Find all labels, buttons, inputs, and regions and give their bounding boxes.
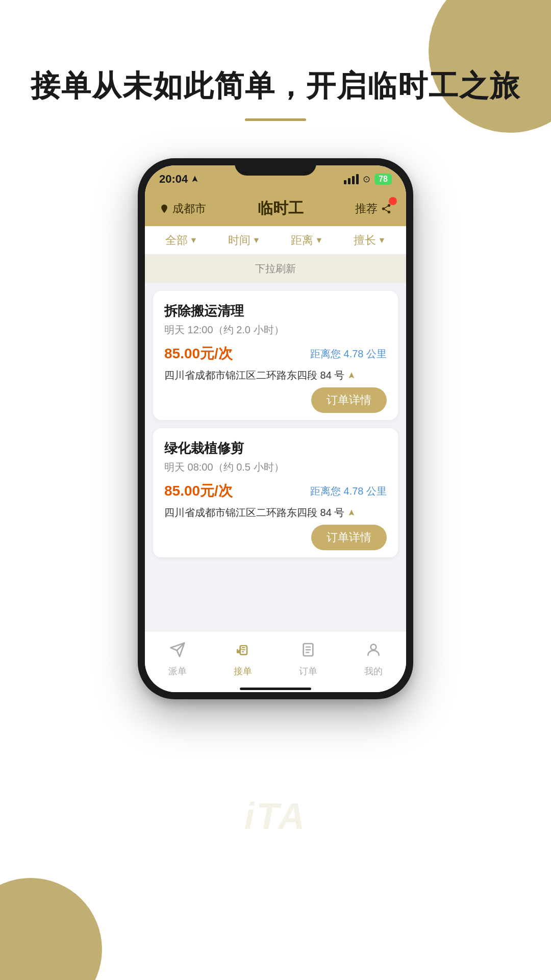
header-title: 临时工 <box>258 198 304 219</box>
nav-icon-profile <box>365 642 382 662</box>
nav-icon-orders <box>300 642 316 662</box>
wifi-icon: ⊙ <box>363 174 370 185</box>
location-arrow-icon <box>191 175 199 183</box>
job-price-1: 85.00元/次 <box>164 344 233 363</box>
recommend-label: 推荐 <box>355 201 378 216</box>
battery-badge: 78 <box>374 174 392 185</box>
app-header: 成都市 临时工 推荐 <box>145 193 406 226</box>
pull-refresh-text: 下拉刷新 <box>255 263 296 274</box>
detail-btn-1[interactable]: 订单详情 <box>311 387 387 413</box>
home-indicator <box>145 687 406 692</box>
time-text: 20:04 <box>159 173 188 186</box>
deco-circle-bottom-left <box>0 878 102 980</box>
nav-icon-accept <box>235 642 251 662</box>
phone-mockup: 20:04 ⊙ 78 <box>138 158 413 699</box>
status-time: 20:04 <box>159 173 199 186</box>
filter-distance-label: 距离 <box>291 233 313 248</box>
nav-label-accept: 接单 <box>234 665 252 677</box>
nav-item-dispatch[interactable]: 派单 <box>168 642 187 677</box>
job-address-1: 四川省成都市锦江区二环路东四段 84 号 <box>164 369 356 382</box>
job-title-2: 绿化栽植修剪 <box>164 439 387 457</box>
location-pin-icon <box>159 204 169 214</box>
recommend-badge <box>389 197 397 205</box>
filter-bar: 全部 ▼ 时间 ▼ 距离 ▼ 擅长 ▼ <box>145 226 406 255</box>
nav-label-profile: 我的 <box>364 665 383 677</box>
nav-label-dispatch: 派单 <box>168 665 187 677</box>
nav-item-accept[interactable]: 接单 <box>234 642 252 677</box>
pull-refresh: 下拉刷新 <box>145 255 406 283</box>
job-time-2: 明天 08:00（约 0.5 小时） <box>164 460 387 474</box>
location-text: 成都市 <box>172 201 206 216</box>
filter-tab-all[interactable]: 全部 ▼ <box>150 226 213 254</box>
filter-all-chevron: ▼ <box>190 236 198 245</box>
filter-time-chevron: ▼ <box>253 236 261 245</box>
nav-label-orders: 订单 <box>299 665 317 677</box>
cards-area: 拆除搬运清理 明天 12:00（约 2.0 小时） 85.00元/次 距离您 4… <box>145 283 406 631</box>
filter-distance-chevron: ▼ <box>315 236 323 245</box>
home-bar <box>240 688 311 690</box>
phone-notch <box>235 158 316 176</box>
filter-all-label: 全部 <box>165 233 188 248</box>
nav-item-profile[interactable]: 我的 <box>364 642 383 677</box>
job-price-row-1: 85.00元/次 距离您 4.78 公里 <box>164 344 387 363</box>
header-location[interactable]: 成都市 <box>159 201 206 216</box>
job-time-1: 明天 12:00（约 2.0 小时） <box>164 323 387 337</box>
svg-point-3 <box>371 644 377 650</box>
headline-section: 接单从未如此简单，开启临时工之旅 <box>0 66 551 121</box>
detail-btn-2[interactable]: 订单详情 <box>311 525 387 550</box>
bottom-nav: 派单 接单 <box>145 631 406 687</box>
filter-skill-chevron: ▼ <box>378 236 386 245</box>
job-price-2: 85.00元/次 <box>164 481 233 501</box>
ita-watermark: iTA <box>244 795 307 837</box>
filter-tab-skill[interactable]: 擅长 ▼ <box>338 226 401 254</box>
filter-tab-time[interactable]: 时间 ▼ <box>213 226 276 254</box>
headline-text: 接单从未如此简单，开启临时工之旅 <box>0 66 551 106</box>
signal-icon <box>344 174 359 184</box>
job-card-2: 绿化栽植修剪 明天 08:00（约 0.5 小时） 85.00元/次 距离您 4… <box>153 428 398 557</box>
phone-inner: 20:04 ⊙ 78 <box>145 165 406 692</box>
navigate-icon-2 <box>347 509 356 517</box>
filter-time-label: 时间 <box>228 233 251 248</box>
filter-skill-label: 擅长 <box>354 233 376 248</box>
job-distance-2: 距离您 4.78 公里 <box>310 484 387 498</box>
job-title-1: 拆除搬运清理 <box>164 302 387 320</box>
share-icon <box>381 203 392 214</box>
filter-tab-distance[interactable]: 距离 ▼ <box>276 226 338 254</box>
status-right: ⊙ 78 <box>344 174 392 185</box>
header-recommend[interactable]: 推荐 <box>355 201 392 216</box>
job-distance-1: 距离您 4.78 公里 <box>310 347 387 361</box>
job-address-2: 四川省成都市锦江区二环路东四段 84 号 <box>164 506 356 520</box>
navigate-icon-1 <box>347 372 356 380</box>
phone-outer: 20:04 ⊙ 78 <box>138 158 413 699</box>
nav-item-orders[interactable]: 订单 <box>299 642 317 677</box>
job-card-1: 拆除搬运清理 明天 12:00（约 2.0 小时） 85.00元/次 距离您 4… <box>153 291 398 420</box>
job-address-row-1: 四川省成都市锦江区二环路东四段 84 号 <box>164 369 387 382</box>
nav-icon-dispatch <box>169 642 186 662</box>
job-address-row-2: 四川省成都市锦江区二环路东四段 84 号 <box>164 506 387 520</box>
job-price-row-2: 85.00元/次 距离您 4.78 公里 <box>164 481 387 501</box>
headline-underline <box>245 118 306 121</box>
